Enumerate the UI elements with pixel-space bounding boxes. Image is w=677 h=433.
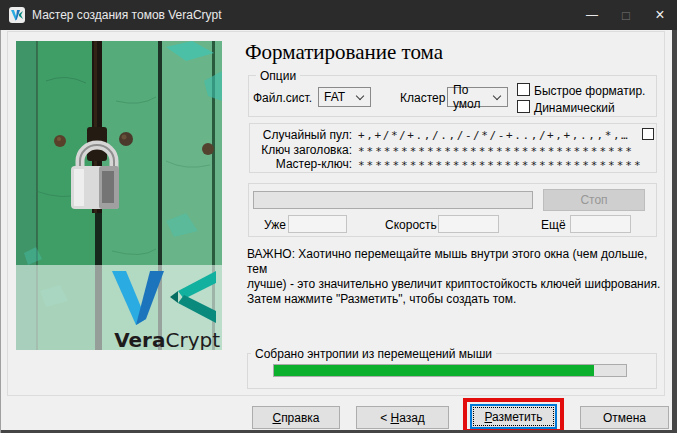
done-field — [288, 215, 347, 233]
quick-format-label: Быстрое форматир. — [534, 84, 645, 98]
maximize-button: □ — [609, 0, 643, 30]
close-icon: × — [655, 6, 664, 24]
filesystem-label: Файл.сист. — [253, 91, 312, 105]
veracrypt-wizard-window: Мастер создания томов VeraCrypt — □ × — [0, 0, 677, 433]
entropy-group-label: Собрано энтропии из перемещений мыши — [251, 347, 496, 361]
logo-vera: Vera — [114, 328, 165, 350]
help-button-label: Справка — [272, 411, 319, 425]
display-pool-checkbox[interactable] — [642, 128, 654, 140]
stop-button[interactable]: Стоп — [543, 189, 645, 211]
cluster-dropdown[interactable]: По умол — [447, 87, 508, 107]
random-pool-label: Случайный пул: — [249, 128, 352, 142]
minimize-icon: — — [586, 8, 598, 22]
close-button[interactable]: × — [643, 0, 677, 30]
cancel-button-label: Отмена — [603, 411, 646, 425]
page-title: Форматирование тома — [245, 40, 443, 65]
speed-field — [438, 215, 499, 233]
filesystem-dropdown[interactable]: FAT — [318, 87, 371, 107]
veracrypt-banner-image: VeraCrypt — [16, 41, 222, 350]
left-field — [570, 215, 631, 233]
cluster-value: По умол — [448, 83, 494, 111]
help-button[interactable]: Справка — [252, 406, 340, 429]
master-key-value: ********************************* — [358, 159, 643, 172]
filesystem-value: FAT — [319, 90, 357, 104]
speed-label: Скорость — [385, 218, 437, 232]
header-key-value: ******************************** — [358, 145, 634, 158]
cluster-label: Кластер — [400, 91, 445, 105]
entropy-bar-fill — [274, 365, 594, 376]
minimize-button[interactable]: — — [575, 0, 609, 30]
notice-line-2: лучше) - это значительно увеличит крипто… — [247, 277, 661, 292]
format-progress-bar — [253, 191, 533, 209]
back-button[interactable]: < Назад — [356, 406, 449, 429]
padlock-door-photo — [16, 41, 222, 350]
window-title: Мастер создания томов VeraCrypt — [32, 0, 222, 30]
cancel-button[interactable]: Отмена — [580, 406, 669, 429]
master-key-label: Мастер-ключ: — [249, 157, 352, 171]
random-pool-value: +,+/*/+.,/.,/-/*/-+..,/+,+,.,,*,… — [358, 129, 629, 142]
title-bar: Мастер создания томов VeraCrypt — □ × — [0, 0, 677, 30]
red-highlight-annotation — [463, 398, 564, 433]
left-label: Ещё — [541, 218, 566, 232]
veracrypt-app-icon — [9, 7, 25, 23]
back-button-label: < Назад — [380, 411, 425, 425]
notice-line-3: Затем нажмите "Разметить", чтобы создать… — [247, 292, 661, 307]
important-notice: ВАЖНО: Хаотично перемещайте мышь внутри … — [247, 247, 661, 307]
maximize-icon: □ — [622, 8, 630, 23]
veracrypt-logo-wordmark: VeraCrypt — [102, 328, 220, 350]
chevron-down-icon — [493, 91, 501, 99]
dynamic-label: Динамический — [534, 101, 615, 115]
options-group-label: Опции — [256, 69, 300, 83]
entropy-bar — [273, 364, 627, 377]
logo-crypt: Crypt — [165, 328, 220, 350]
window-edge-left — [0, 30, 1, 433]
done-label: Уже — [264, 218, 286, 232]
chevron-down-icon — [356, 91, 364, 99]
header-key-label: Ключ заголовка: — [249, 143, 352, 157]
dynamic-checkbox[interactable] — [517, 100, 530, 113]
notice-line-1: ВАЖНО: Хаотично перемещайте мышь внутри … — [247, 247, 661, 277]
stop-button-label: Стоп — [580, 193, 607, 207]
window-edge-right — [672, 30, 677, 433]
quick-format-checkbox[interactable] — [517, 83, 530, 96]
